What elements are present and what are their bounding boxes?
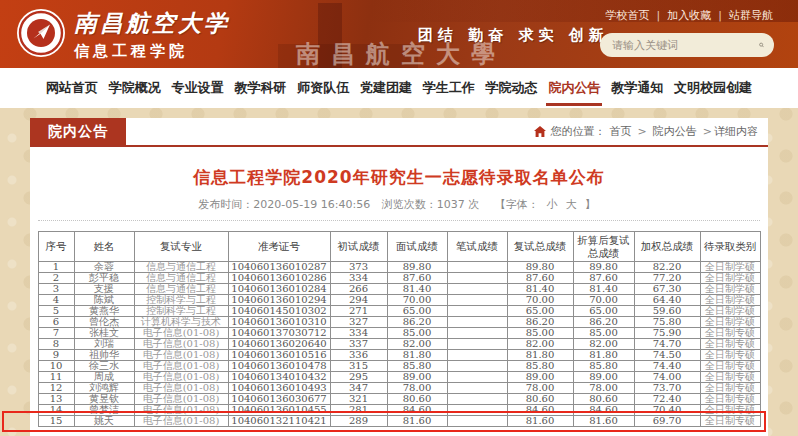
table-cell: 77.20 (634, 273, 700, 284)
nav-item-1[interactable]: 学院概况 (107, 70, 163, 106)
nav-item-6[interactable]: 学生工作 (421, 70, 477, 106)
table-cell: 82.00 (573, 339, 634, 350)
table-cell: 84.60 (507, 405, 573, 416)
table-cell: 104060136010287 (228, 262, 330, 273)
table-cell: 104060145010302 (228, 306, 330, 317)
table-cell: 86.20 (387, 317, 447, 328)
table-cell: 81.60 (387, 416, 447, 427)
table-cell: 321 (330, 394, 387, 405)
table-cell: 89.80 (387, 262, 447, 273)
column-header: 姓名 (74, 232, 134, 262)
table-cell: 104060136010493 (228, 383, 330, 394)
table-cell: 75.80 (634, 317, 700, 328)
table-cell: 全日制学硕 (700, 306, 760, 317)
table-cell: 1 (38, 262, 74, 273)
table-cell: 85.80 (387, 361, 447, 372)
brand-block: 南昌航空大学 信息工程学院 (74, 8, 230, 61)
table-cell: 336 (330, 350, 387, 361)
article-meta: 发布时间：2020-05-19 16:40:56 浏览次数：1037 次 【字体… (30, 198, 768, 212)
table-cell: 12 (38, 383, 74, 394)
table-cell: 黄燕华 (74, 306, 134, 317)
table-row: 1余蓉信息与通信工程10406013601028737389.8089.8089… (38, 262, 760, 273)
nav-item-9[interactable]: 教学通知 (609, 70, 665, 106)
nav-item-0[interactable]: 网站首页 (44, 70, 100, 106)
table-cell: 104060136010516 (228, 350, 330, 361)
table-body: 1余蓉信息与通信工程10406013601028737389.8089.8089… (38, 262, 760, 427)
table-cell (447, 405, 507, 416)
table-cell: 86.20 (507, 317, 573, 328)
search-icon[interactable] (759, 38, 764, 52)
table-cell: 65.00 (573, 306, 634, 317)
table-cell: 104060136030677 (228, 394, 330, 405)
table-cell: 信息与通信工程 (134, 273, 228, 284)
table-row: 9祖帅华电子信息(01-08)10406013601051633681.8081… (38, 350, 760, 361)
nav-item-3[interactable]: 教学科研 (232, 70, 288, 106)
table-cell: 67.30 (634, 284, 700, 295)
meta-divider (38, 220, 760, 221)
column-header: 序号 (38, 232, 74, 262)
table-cell: 8 (38, 339, 74, 350)
top-links-separator: | (657, 9, 661, 22)
top-link-2[interactable]: 站群导航 (729, 9, 773, 22)
column-header: 笔试成绩 (447, 232, 507, 262)
top-link-0[interactable]: 学校首页 (606, 9, 650, 22)
font-larger-button[interactable]: 大 (566, 198, 577, 211)
university-name: 南昌航空大学 (74, 8, 230, 39)
table-cell: 104060132110421 (228, 416, 330, 427)
table-cell: 控制科学与工程 (134, 306, 228, 317)
table-cell: 全日制专硕 (700, 405, 760, 416)
table-cell: 7 (38, 328, 74, 339)
table-cell: 84.60 (573, 405, 634, 416)
table-cell: 104060134010432 (228, 372, 330, 383)
table-cell: 13 (38, 394, 74, 405)
breadcrumb-category-link[interactable]: 院内公告 (653, 124, 697, 139)
table-cell: 电子信息(01-08) (134, 350, 228, 361)
column-header: 初试成绩 (330, 232, 387, 262)
table-cell: 271 (330, 306, 387, 317)
section-tab[interactable]: 院内公告 (30, 118, 126, 145)
table-cell: 89.00 (573, 372, 634, 383)
nav-item-10[interactable]: 文明校园创建 (672, 70, 754, 106)
table-cell (447, 328, 507, 339)
table-cell: 81.80 (507, 350, 573, 361)
table-cell: 104060136010286 (228, 273, 330, 284)
university-logo-icon (16, 8, 66, 58)
view-count: 浏览次数：1037 次 (382, 198, 480, 211)
table-cell: 82.00 (507, 339, 573, 350)
table-cell: 陈斌 (74, 295, 134, 306)
font-smaller-button[interactable]: 小 (547, 198, 558, 211)
table-cell: 104060136010310 (228, 317, 330, 328)
nav-item-7[interactable]: 学院动态 (484, 70, 540, 106)
table-cell: 电子信息(01-08) (134, 339, 228, 350)
table-cell: 4 (38, 295, 74, 306)
table-cell: 82.20 (634, 262, 700, 273)
table-cell: 74.50 (634, 350, 700, 361)
column-header: 准考证号 (228, 232, 330, 262)
table-cell: 84.60 (387, 405, 447, 416)
table-row: 13黄昱钦电子信息(01-08)10406013603067732180.608… (38, 394, 760, 405)
table-cell: 81.80 (387, 350, 447, 361)
college-name: 信息工程学院 (74, 42, 230, 61)
main-nav: 网站首页学院概况专业设置教学科研师资队伍党建团建学生工作学院动态院内公告教学通知… (0, 68, 798, 108)
table-cell: 全日制学硕 (700, 262, 760, 273)
search-input[interactable] (610, 38, 759, 53)
nav-item-2[interactable]: 专业设置 (170, 70, 226, 106)
table-cell: 刘瑞 (74, 339, 134, 350)
table-row: 11周成电子信息(01-08)10406013401043229589.0089… (38, 372, 760, 383)
top-link-1[interactable]: 加入收藏 (667, 9, 711, 22)
table-cell: 266 (330, 284, 387, 295)
table-row: 7张桂文电子信息(01-08)10406013703071233485.0085… (38, 328, 760, 339)
nav-item-4[interactable]: 师资队伍 (295, 70, 351, 106)
top-links: 学校首页|加入收藏|站群导航 (606, 8, 773, 23)
breadcrumb-home-link[interactable]: 首页 (610, 124, 632, 139)
table-cell: 87.60 (507, 273, 573, 284)
table-cell: 315 (330, 361, 387, 372)
nav-item-5[interactable]: 党建团建 (358, 70, 414, 106)
column-header: 复试总成绩 (507, 232, 573, 262)
table-cell (447, 361, 507, 372)
font-size-suffix: 】 (585, 198, 596, 211)
nav-item-8[interactable]: 院内公告 (546, 70, 602, 106)
search-box[interactable] (600, 33, 774, 57)
table-cell: 81.60 (507, 416, 573, 427)
table-cell: 78.00 (387, 383, 447, 394)
